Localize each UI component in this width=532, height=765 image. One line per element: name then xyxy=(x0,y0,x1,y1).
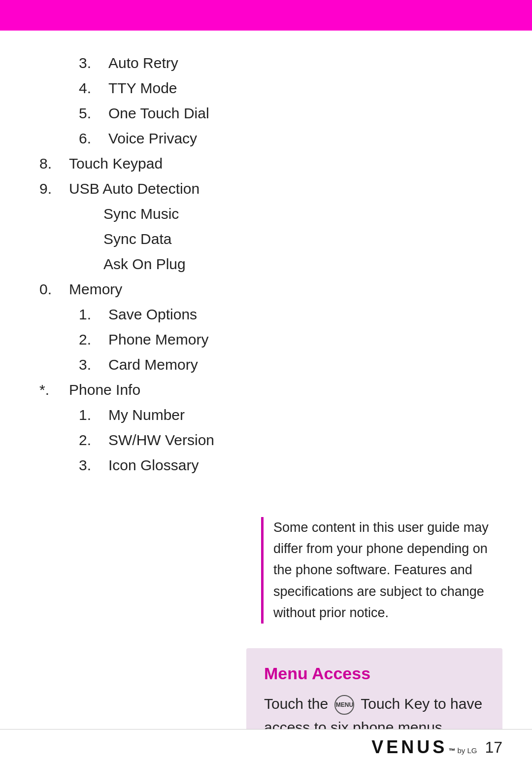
item-label: Memory xyxy=(69,277,122,302)
list-item: 3. Card Memory xyxy=(39,352,502,377)
brand-name: VENUS xyxy=(371,737,447,758)
item-label: Ask On Plug xyxy=(103,251,186,277)
item-number: 9. xyxy=(39,176,69,201)
item-label: Auto Retry xyxy=(108,50,178,75)
footer: VENUS ™ by LG 17 xyxy=(0,729,532,765)
item-label: TTY Mode xyxy=(108,75,177,101)
main-content: 3. Auto Retry 4. TTY Mode 5. One Touch D… xyxy=(0,31,532,764)
venus-logo: VENUS ™ by LG xyxy=(371,737,477,758)
list-item: 3. Auto Retry xyxy=(39,50,502,75)
list-item: 0. Memory xyxy=(39,277,502,302)
item-number: 5. xyxy=(79,101,108,126)
item-number: 3. xyxy=(79,452,108,478)
item-number: 8. xyxy=(39,151,69,176)
item-label: One Touch Dial xyxy=(108,101,209,126)
menu-access-text-part1: Touch the xyxy=(264,695,328,712)
list-item: *. Phone Info xyxy=(39,377,502,402)
item-label: Phone Info xyxy=(69,377,140,402)
list-item: 9. USB Auto Detection xyxy=(39,176,502,201)
item-number: 1. xyxy=(79,402,108,427)
top-bar xyxy=(0,0,532,31)
sidebar-note-text: Some content in this user guide may diff… xyxy=(273,517,502,624)
item-number: 6. xyxy=(79,126,108,151)
menu-access-title: Menu Access xyxy=(264,664,485,683)
by-lg-label: by LG xyxy=(457,746,477,755)
lower-section: Some content in this user guide may diff… xyxy=(39,517,502,764)
list-item: 1. My Number xyxy=(39,402,502,427)
sidebar-note: Some content in this user guide may diff… xyxy=(261,517,502,624)
item-label: SW/HW Version xyxy=(108,427,214,452)
item-label: Card Memory xyxy=(108,352,198,377)
list-item: 1. Save Options xyxy=(39,302,502,327)
list-item: 3. Icon Glossary xyxy=(39,452,502,478)
list-item: 2. Phone Memory xyxy=(39,327,502,352)
item-number: 3. xyxy=(79,352,108,377)
list-item: 6. Voice Privacy xyxy=(39,126,502,151)
list-item: 5. One Touch Dial xyxy=(39,101,502,126)
item-label: Touch Keypad xyxy=(69,151,163,176)
brand-sup: ™ xyxy=(448,747,455,755)
list-item: 2. SW/HW Version xyxy=(39,427,502,452)
item-number: 2. xyxy=(79,327,108,352)
item-label: My Number xyxy=(108,402,185,427)
page-number: 17 xyxy=(485,738,502,757)
item-label: Sync Data xyxy=(103,226,171,251)
item-label: Voice Privacy xyxy=(108,126,197,151)
item-number: 2. xyxy=(79,427,108,452)
item-number: *. xyxy=(39,377,69,402)
list-item: 8. Touch Keypad xyxy=(39,151,502,176)
list-item: 4. TTY Mode xyxy=(39,75,502,101)
list-item: Sync Data xyxy=(39,226,502,251)
menu-list: 3. Auto Retry 4. TTY Mode 5. One Touch D… xyxy=(39,50,502,478)
item-number: 4. xyxy=(79,75,108,101)
item-label: Phone Memory xyxy=(108,327,208,352)
item-number: 0. xyxy=(39,277,69,302)
menu-key-icon: MENU xyxy=(334,695,354,715)
item-label: USB Auto Detection xyxy=(69,176,200,201)
item-label: Sync Music xyxy=(103,201,179,226)
list-item: Sync Music xyxy=(39,201,502,226)
item-label: Icon Glossary xyxy=(108,452,199,478)
item-number: 3. xyxy=(79,50,108,75)
item-label: Save Options xyxy=(108,302,197,327)
item-number: 1. xyxy=(79,302,108,327)
list-item: Ask On Plug xyxy=(39,251,502,277)
